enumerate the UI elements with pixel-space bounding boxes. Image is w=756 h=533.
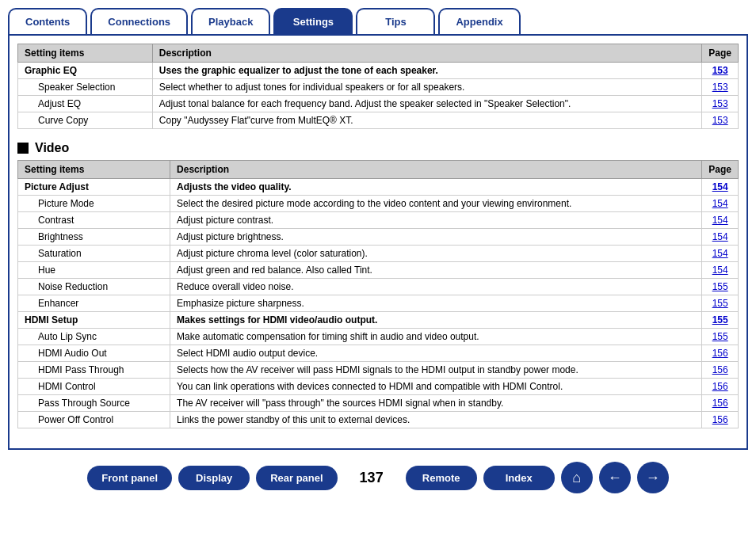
- table-row: Pass Through SourceThe AV receiver will …: [18, 395, 739, 412]
- bottom-navigation: Front panel Display Rear panel 137 Remot…: [0, 450, 756, 501]
- tab-appendix[interactable]: Appendix: [438, 8, 520, 34]
- col-header-setting2: Setting items: [18, 161, 170, 179]
- tab-tips[interactable]: Tips: [356, 8, 435, 34]
- table-row: Speaker SelectionSelect whether to adjus…: [18, 79, 739, 96]
- back-button[interactable]: ←: [599, 462, 631, 493]
- main-content: Setting items Description Page Graphic E…: [8, 34, 748, 450]
- table-row: HueAdjust green and red balance. Also ca…: [18, 262, 739, 279]
- table-row: BrightnessAdjust picture brightness.154: [18, 229, 739, 246]
- page-number: 137: [360, 470, 384, 486]
- front-panel-button[interactable]: Front panel: [87, 466, 172, 490]
- graphic-eq-table: Setting items Description Page Graphic E…: [17, 44, 739, 129]
- video-table: Setting items Description Page Picture A…: [17, 160, 739, 428]
- table-row: EnhancerEmphasize picture sharpness.155: [18, 295, 739, 312]
- table-row: Auto Lip SyncMake automatic compensation…: [18, 329, 739, 345]
- nav-tabs: ContentsConnectionsPlaybackSettingsTipsA…: [0, 0, 756, 34]
- rear-panel-button[interactable]: Rear panel: [256, 466, 337, 490]
- table-row: SaturationAdjust picture chroma level (c…: [18, 246, 739, 262]
- col-header-description2: Description: [170, 161, 702, 179]
- table-row: Picture ModeSelect the desired picture m…: [18, 196, 739, 212]
- tab-contents[interactable]: Contents: [8, 8, 87, 34]
- display-button[interactable]: Display: [178, 466, 250, 490]
- table-row: HDMI Audio OutSelect HDMI audio output d…: [18, 345, 739, 362]
- video-section-heading: Video: [17, 141, 739, 155]
- home-button[interactable]: ⌂: [561, 462, 593, 493]
- section-heading-square: [17, 143, 29, 154]
- tab-playback[interactable]: Playback: [191, 8, 270, 34]
- table-row: Adjust EQAdjust tonal balance for each f…: [18, 96, 739, 112]
- forward-button[interactable]: →: [637, 462, 669, 493]
- video-section-title: Video: [35, 141, 69, 155]
- tab-connections[interactable]: Connections: [90, 8, 188, 34]
- table-row: Picture AdjustAdjusts the video quality.…: [18, 179, 739, 196]
- table-row: Noise ReductionReduce overall video nois…: [18, 279, 739, 295]
- table-row: Power Off ControlLinks the power standby…: [18, 412, 739, 428]
- table-row: HDMI ControlYou can link operations with…: [18, 379, 739, 395]
- col-header-page: Page: [702, 44, 739, 63]
- col-header-description: Description: [152, 44, 701, 63]
- col-header-setting: Setting items: [18, 44, 153, 63]
- table-row: Graphic EQUses the graphic equalizer to …: [18, 63, 739, 79]
- table-row: Curve CopyCopy "Audyssey Flat"curve from…: [18, 112, 739, 129]
- table-row: HDMI Pass ThroughSelects how the AV rece…: [18, 362, 739, 379]
- tab-settings[interactable]: Settings: [273, 8, 353, 34]
- col-header-page2: Page: [702, 161, 739, 179]
- index-button[interactable]: Index: [483, 466, 555, 490]
- table-row: HDMI SetupMakes settings for HDMI video/…: [18, 312, 739, 329]
- table-row: ContrastAdjust picture contrast.154: [18, 212, 739, 229]
- remote-button[interactable]: Remote: [406, 466, 477, 490]
